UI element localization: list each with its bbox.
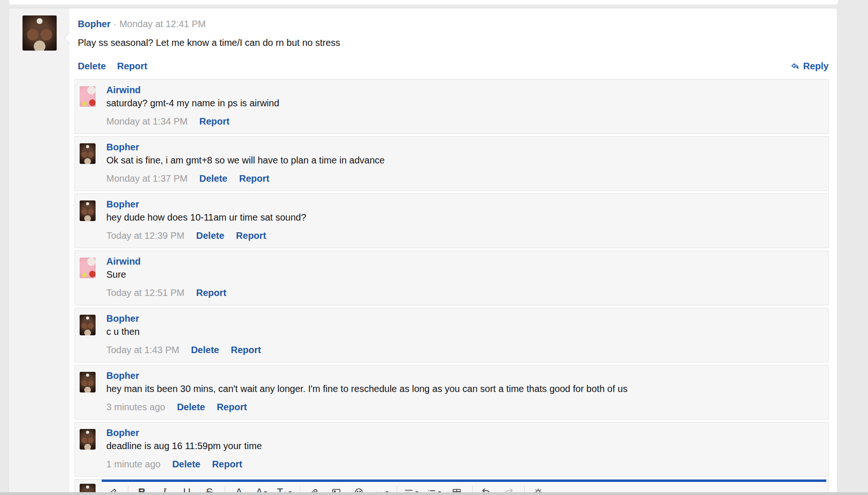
reply-timestamp: Monday at 1:37 PM: [106, 173, 187, 185]
reply-message: hey man its been 30 mins, can't wait any…: [106, 383, 819, 395]
report-link[interactable]: Report: [217, 401, 247, 413]
reply-timestamp: Monday at 1:34 PM: [106, 116, 187, 127]
reply-meta: Today at 1:43 PM DeleteReport: [106, 344, 819, 356]
reply-author-link[interactable]: Bopher: [106, 313, 139, 325]
reply-author-link[interactable]: Bopher: [106, 199, 139, 210]
header-separator: ·: [113, 19, 117, 29]
reply-meta: Monday at 1:34 PM Report: [106, 116, 819, 127]
reply-timestamp: 3 minutes ago: [106, 401, 165, 413]
reply-message: c u then: [106, 326, 819, 338]
speech-caret-icon: [64, 32, 75, 43]
reply-item: Bopher c u then Today at 1:43 PM DeleteR…: [74, 308, 829, 362]
delete-link[interactable]: Delete: [78, 60, 106, 72]
reply-author-link[interactable]: Airwind: [106, 256, 141, 267]
reply-meta: 1 minute ago DeleteReport: [106, 458, 819, 470]
avatar[interactable]: [80, 86, 96, 107]
post-message: Play ss seasonal? Let me know a time/I c…: [78, 37, 829, 49]
avatar[interactable]: [80, 429, 96, 450]
reply-item: Airwind saturday? gmt-4 my name in ps is…: [74, 79, 829, 134]
report-link[interactable]: Report: [212, 458, 242, 470]
post-timestamp: Monday at 12:41 PM: [119, 19, 206, 29]
reply-author-link[interactable]: Bopher: [106, 370, 139, 382]
reply-author-link[interactable]: Bopher: [106, 427, 139, 439]
report-link[interactable]: Report: [196, 287, 226, 299]
avatar[interactable]: [80, 143, 96, 164]
reply-meta: Monday at 1:37 PM DeleteReport: [106, 173, 819, 185]
reply-message: saturday? gmt-4 my name in ps is airwind: [106, 97, 819, 109]
delete-link[interactable]: Delete: [196, 230, 224, 242]
reply-message: hey dude how does 10-11am ur time sat so…: [106, 212, 819, 223]
reply-icon: [790, 61, 800, 72]
replies-list: Airwind saturday? gmt-4 my name in ps is…: [74, 79, 829, 477]
reply-item: Bopher Ok sat is fine, i am gmt+8 so we …: [74, 136, 829, 191]
avatar[interactable]: [22, 15, 57, 51]
delete-link[interactable]: Delete: [172, 458, 200, 470]
reply-timestamp: Today at 12:39 PM: [106, 230, 185, 242]
post-actions: Delete Report Reply: [78, 60, 829, 72]
reply-item: Airwind Sure Today at 12:51 PM Report: [74, 251, 829, 305]
previous-card-bottom-edge: [8, 0, 838, 5]
reply-item: Bopher hey man its been 30 mins, can't w…: [74, 365, 829, 420]
reply-timestamp: Today at 1:43 PM: [106, 344, 179, 356]
reply-item: Bopher deadline is aug 16 11:59pm your t…: [74, 422, 829, 477]
reply-timestamp: Today at 12:51 PM: [106, 287, 185, 299]
reply-author-link[interactable]: Airwind: [106, 84, 141, 96]
avatar[interactable]: [80, 372, 96, 392]
reply-message: Sure: [106, 269, 819, 281]
post-header: Bopher·Monday at 12:41 PM: [78, 8, 829, 30]
reply-item: Bopher hey dude how does 10-11am ur time…: [74, 193, 829, 248]
reply-author-link[interactable]: Bopher: [106, 141, 139, 153]
report-link[interactable]: Report: [117, 60, 147, 72]
report-link[interactable]: Report: [236, 230, 266, 242]
reply-button[interactable]: Reply: [790, 60, 829, 72]
report-link[interactable]: Report: [231, 344, 261, 356]
avatar[interactable]: [80, 258, 96, 278]
report-link[interactable]: Report: [199, 116, 229, 127]
reply-message: Ok sat is fine, i am gmt+8 so we will ha…: [106, 155, 819, 166]
delete-link[interactable]: Delete: [199, 173, 227, 185]
delete-link[interactable]: Delete: [177, 401, 205, 413]
post-author-link[interactable]: Bopher: [78, 19, 111, 29]
post-panel: Bopher·Monday at 12:41 PM Play ss season…: [69, 8, 837, 495]
avatar[interactable]: [80, 315, 96, 335]
reply-message: deadline is aug 16 11:59pm your time: [106, 440, 819, 452]
reply-label: Reply: [803, 60, 829, 72]
horizontal-scrollbar[interactable]: [0, 492, 868, 495]
delete-link[interactable]: Delete: [191, 344, 219, 356]
post-card: Bopher·Monday at 12:41 PM Play ss season…: [8, 8, 838, 495]
reply-meta: Today at 12:39 PM DeleteReport: [106, 230, 819, 242]
reply-meta: 3 minutes ago DeleteReport: [106, 401, 819, 413]
avatar[interactable]: [80, 200, 96, 221]
reply-timestamp: 1 minute ago: [106, 458, 161, 470]
reply-meta: Today at 12:51 PM Report: [106, 287, 819, 299]
report-link[interactable]: Report: [239, 173, 269, 185]
